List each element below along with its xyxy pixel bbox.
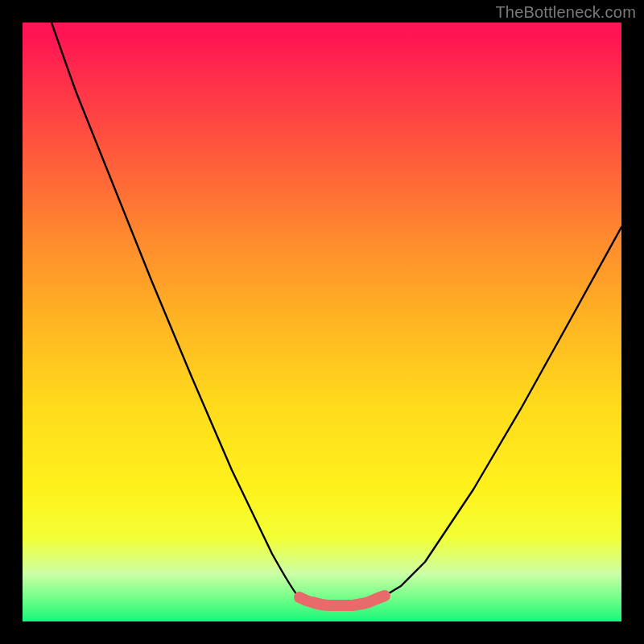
bottleneck-curve <box>52 23 621 605</box>
valley-highlight <box>299 596 385 605</box>
chart-frame: TheBottleneck.com <box>0 0 644 644</box>
plot-area <box>23 23 621 621</box>
watermark-text: TheBottleneck.com <box>495 3 636 22</box>
curve-layer <box>23 23 621 621</box>
